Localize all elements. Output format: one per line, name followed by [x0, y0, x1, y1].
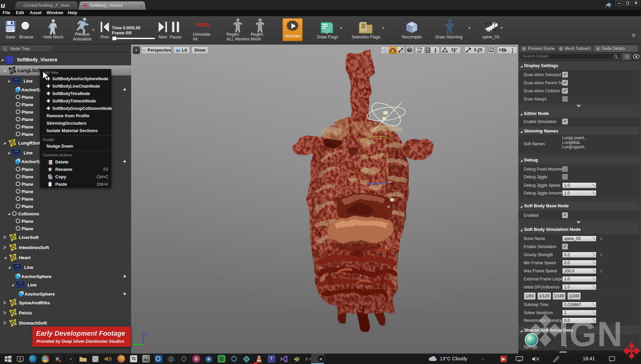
- svg-text:LINE: LINE: [17, 282, 24, 285]
- svg-text:CHAIN: CHAIN: [13, 82, 21, 84]
- svg-text:CHAIN: CHAIN: [13, 153, 21, 156]
- svg-text:LINE: LINE: [13, 78, 20, 81]
- svg-text:CHAIN: CHAIN: [14, 268, 21, 270]
- svg-text:x: x: [144, 344, 147, 348]
- svg-text:CHAIN: CHAIN: [17, 285, 25, 288]
- svg-text:LINE: LINE: [14, 264, 20, 267]
- svg-text:z: z: [144, 332, 147, 337]
- svg-text:LINE: LINE: [13, 150, 20, 153]
